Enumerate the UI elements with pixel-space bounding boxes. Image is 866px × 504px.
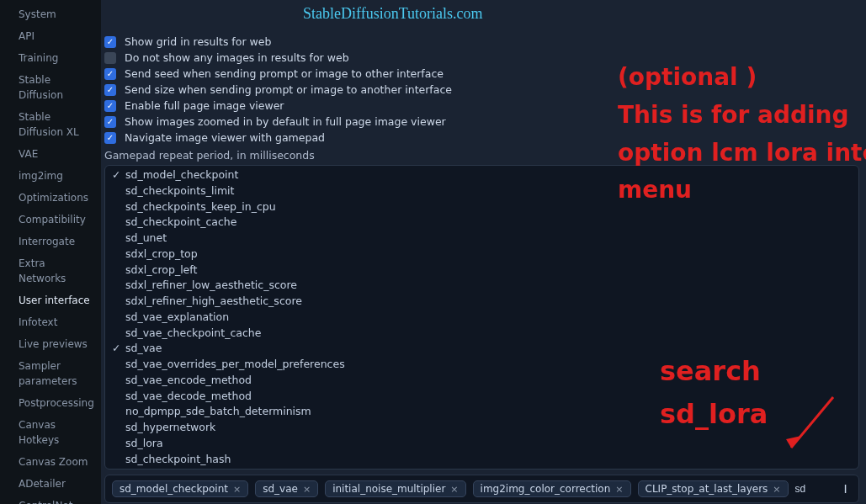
checkbox-icon[interactable]: ✓ — [104, 132, 116, 144]
tag: CLIP_stop_at_last_layers× — [638, 480, 789, 497]
sidebar-item-sampler-parameters[interactable]: Sampler parameters — [0, 355, 101, 392]
main-panel: StableDiffusionTutorials.com ✓ Show grid… — [101, 0, 866, 504]
dropdown-item[interactable]: sd_lora — [105, 436, 858, 452]
tag: sd_model_checkpoint× — [112, 480, 248, 497]
tag: img2img_color_correction× — [473, 480, 631, 497]
dropdown-item[interactable]: sd_vae_encode_method — [105, 373, 858, 389]
checkbox-icon[interactable]: ✓ — [104, 84, 116, 96]
dropdown-item[interactable]: sd_unet — [105, 231, 858, 247]
setting-label: Show grid in results for web — [125, 35, 271, 48]
dropdown-item[interactable]: sd_vae_overrides_per_model_preferences — [105, 357, 858, 373]
dropdown-item[interactable]: sd_vae_checkpoint_cache — [105, 326, 858, 342]
checkbox-icon[interactable]: ✓ — [104, 68, 116, 80]
setting-show-grid[interactable]: ✓ Show grid in results for web — [104, 34, 859, 50]
dropdown-item[interactable]: sdxl_crop_left — [105, 263, 858, 279]
sidebar-item-canvas-hotkeys[interactable]: Canvas Hotkeys — [0, 414, 101, 451]
check-icon: ✓ — [112, 341, 120, 357]
dropdown-item[interactable]: sd_checkpoint_hash — [105, 452, 858, 468]
tag-remove-icon[interactable]: × — [773, 484, 780, 495]
dropdown-item[interactable]: sd_vae_decode_method — [105, 389, 858, 405]
setting-label: Send seed when sending prompt or image t… — [125, 67, 444, 80]
checkbox-icon[interactable]: ✓ — [104, 100, 116, 112]
sidebar-item-compatibility[interactable]: Compatibility — [0, 209, 101, 231]
tag-remove-icon[interactable]: × — [615, 484, 623, 495]
setting-send-seed[interactable]: ✓ Send seed when sending prompt or image… — [104, 66, 859, 82]
sidebar-item-training[interactable]: Training — [0, 47, 101, 69]
dropdown-item[interactable]: sd_checkpoints_limit — [105, 183, 858, 199]
sidebar-item-infotext[interactable]: Infotext — [0, 311, 101, 333]
tag-remove-icon[interactable]: × — [233, 484, 241, 495]
sidebar-item-postprocessing[interactable]: Postprocessing — [0, 392, 101, 414]
dropdown-item[interactable]: sdxl_refiner_low_aesthetic_score — [105, 278, 858, 294]
text-cursor-icon: I — [844, 482, 847, 496]
setting-send-size[interactable]: ✓ Send size when sending prompt or image… — [104, 82, 859, 98]
sidebar-item-vae[interactable]: VAE — [0, 143, 101, 165]
tag-search-input[interactable] — [795, 483, 829, 495]
sidebar-item-interrogate[interactable]: Interrogate — [0, 231, 101, 252]
sidebar-item-stable-diffusion-xl[interactable]: Stable Diffusion XL — [0, 106, 101, 143]
setting-full-page-viewer[interactable]: ✓ Enable full page image viewer — [104, 98, 859, 114]
sidebar-item-optimizations[interactable]: Optimizations — [0, 187, 101, 209]
watermark-text: StableDiffusionTutorials.com — [303, 5, 483, 23]
sidebar-item-extra-networks[interactable]: Extra Networks — [0, 252, 101, 289]
sidebar-item-user-interface[interactable]: User interface — [0, 289, 101, 311]
sidebar: System API Training Stable Diffusion Sta… — [0, 0, 101, 504]
sidebar-item-controlnet[interactable]: ControlNet — [0, 495, 101, 504]
tag: initial_noise_multiplier× — [325, 480, 465, 497]
checkbox-icon[interactable]: ✓ — [104, 36, 116, 48]
setting-zoom-default[interactable]: ✓ Show images zoomed in by default in fu… — [104, 114, 859, 130]
sidebar-item-live-previews[interactable]: Live previews — [0, 333, 101, 355]
tag: sd_vae× — [255, 480, 318, 497]
setting-gamepad-nav[interactable]: ✓ Navigate image viewer with gamepad — [104, 130, 859, 146]
dropdown-item[interactable]: sdxl_refiner_high_aesthetic_score — [105, 294, 858, 310]
dropdown-item[interactable]: ✓sd_model_checkpoint — [105, 167, 858, 183]
sidebar-item-img2img[interactable]: img2img — [0, 165, 101, 187]
sidebar-item-system[interactable]: System — [0, 3, 101, 25]
setting-label: Show images zoomed in by default in full… — [125, 115, 446, 128]
setting-label: Navigate image viewer with gamepad — [125, 131, 325, 144]
sidebar-item-adetailer[interactable]: ADetailer — [0, 473, 101, 495]
sidebar-item-stable-diffusion[interactable]: Stable Diffusion — [0, 69, 101, 106]
tag-remove-icon[interactable]: × — [450, 484, 458, 495]
dropdown-item[interactable]: sdxl_crop_top — [105, 247, 858, 263]
sidebar-item-api[interactable]: API — [0, 25, 101, 47]
setting-label: Send size when sending prompt or image t… — [125, 83, 452, 96]
dropdown-item[interactable]: ✓sd_vae — [105, 341, 858, 357]
gamepad-repeat-label: Gamepad repeat period, in milliseconds — [104, 146, 859, 163]
setting-label: Do not show any images in results for we… — [125, 51, 349, 64]
dropdown-item[interactable]: sd_checkpoint_cache — [105, 215, 858, 231]
dropdown-item[interactable]: sd_checkpoints_keep_in_cpu — [105, 199, 858, 215]
setting-no-images[interactable]: Do not show any images in results for we… — [104, 50, 859, 66]
checkbox-icon[interactable] — [104, 52, 116, 64]
setting-label: Enable full page image viewer — [125, 99, 284, 112]
dropdown-item[interactable]: no_dpmpp_sde_batch_determinism — [105, 404, 858, 420]
dropdown-item[interactable]: sd_hypernetwork — [105, 420, 858, 436]
quicksettings-tags-input[interactable]: sd_model_checkpoint× sd_vae× initial_noi… — [104, 475, 859, 503]
checkbox-icon[interactable]: ✓ — [104, 116, 116, 128]
check-icon: ✓ — [112, 167, 120, 183]
quicksettings-dropdown[interactable]: ✓sd_model_checkpoint sd_checkpoints_limi… — [104, 165, 859, 470]
tag-remove-icon[interactable]: × — [303, 484, 311, 495]
sidebar-item-canvas-zoom[interactable]: Canvas Zoom — [0, 451, 101, 473]
dropdown-item[interactable]: sd_vae_explanation — [105, 310, 858, 326]
